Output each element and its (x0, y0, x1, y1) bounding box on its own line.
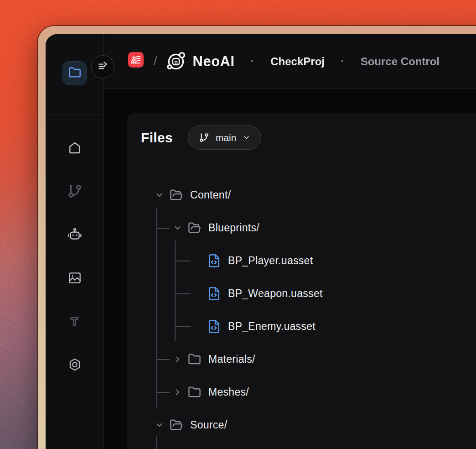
sidebar-item-build[interactable] (67, 313, 83, 330)
main-area: Files main (104, 89, 476, 449)
tree-item-materials[interactable]: Materials/ (127, 343, 476, 376)
sidebar-item-source-control[interactable] (67, 183, 83, 200)
folder-open-icon (187, 220, 202, 235)
tree-item-label: Source/ (190, 419, 227, 431)
tree-connector-line (175, 293, 191, 294)
neoai-orbit-logo-icon: n (165, 51, 187, 73)
folder-open-icon (169, 188, 183, 202)
file-code-icon (207, 286, 221, 301)
tree-item-label: Blueprints/ (208, 222, 259, 234)
tree-connector-line (175, 326, 191, 327)
file-code-icon (207, 319, 221, 334)
chevron-down-icon[interactable] (152, 418, 166, 432)
sidebar-collapse-button[interactable] (91, 55, 114, 78)
folder-closed-icon (187, 385, 202, 399)
tree-item-label: Content/ (190, 189, 231, 201)
files-panel: Files main (127, 113, 476, 449)
sidebar-item-assistant[interactable] (67, 227, 83, 243)
topbar: / n NeoAI · CheckProj · Source Control (104, 34, 476, 89)
file-tree: Content/Blueprints/BP_Player.uassetBP_We… (127, 162, 476, 449)
product-name: NeoAI (193, 53, 235, 70)
breadcrumb-section-source-control[interactable]: Source Control (361, 55, 440, 68)
window-content: / n NeoAI · CheckProj · Source Control F… (46, 34, 476, 449)
sidebar-expand-icon (97, 60, 109, 73)
file-code-icon (207, 253, 221, 268)
folder-open-icon (169, 418, 183, 432)
chevron-right-icon[interactable] (170, 385, 185, 399)
sidebar-item-assets[interactable] (67, 270, 83, 287)
tree-connector-line (156, 228, 170, 229)
tree-connector-line (156, 392, 170, 393)
files-panel-header: Files main (127, 113, 476, 162)
git-branch-icon (67, 183, 83, 200)
svg-text:n: n (174, 58, 178, 65)
tree-item-meshes[interactable]: Meshes/ (127, 376, 476, 408)
tree-item-blueprints[interactable]: Blueprints/ (127, 211, 476, 244)
home-icon (67, 140, 83, 157)
chevron-down-icon (243, 134, 250, 141)
hammer-icon (67, 313, 83, 330)
tree-connector-line (175, 261, 191, 261)
sidebar-item-files[interactable] (62, 61, 87, 85)
robot-icon (67, 227, 83, 244)
settings-nut-icon (67, 357, 83, 374)
breadcrumb-separator-dot: · (251, 54, 255, 68)
image-icon (67, 270, 83, 287)
tree-item-label: BP_Weapon.uasset (228, 287, 323, 300)
folder-closed-icon (187, 352, 202, 366)
branch-label: main (216, 132, 237, 143)
tree-item-label: BP_Enemy.uasset (228, 320, 316, 333)
tree-item-bp-player-uasset[interactable]: BP_Player.uasset (127, 244, 476, 277)
breadcrumb-project[interactable]: CheckProj (270, 55, 325, 68)
tree-item-label: Materials/ (208, 353, 255, 365)
breadcrumb-separator-slash: / (154, 54, 157, 68)
branch-selector[interactable]: main (188, 125, 262, 150)
sidebar-item-settings[interactable] (67, 357, 83, 373)
sidebar (46, 34, 104, 449)
breadcrumb-separator-dot: · (341, 54, 345, 68)
chevron-right-icon[interactable] (170, 352, 185, 366)
chevron-down-icon[interactable] (152, 188, 166, 202)
chevron-down-icon[interactable] (170, 220, 185, 235)
tree-item-bp-enemy-uasset[interactable]: BP_Enemy.uasset (127, 310, 476, 343)
tree-item-label: BP_Player.uasset (228, 255, 313, 267)
sidebar-nav (46, 115, 103, 373)
app-logo-button[interactable] (126, 52, 145, 71)
git-branch-icon (199, 132, 209, 143)
wave-logo-icon (126, 52, 145, 71)
tree-item-content[interactable]: Content/ (127, 178, 476, 211)
app-window: / n NeoAI · CheckProj · Source Control F… (38, 26, 476, 449)
sidebar-item-home[interactable] (67, 140, 83, 157)
tree-item-bp-weapon-uasset[interactable]: BP_Weapon.uasset (127, 277, 476, 310)
tree-item-source[interactable]: Source/ (127, 408, 476, 441)
page-title: Files (141, 130, 173, 146)
tree-item-label: Meshes/ (208, 386, 249, 398)
folder-icon (68, 66, 81, 80)
tree-connector-line (156, 359, 170, 360)
